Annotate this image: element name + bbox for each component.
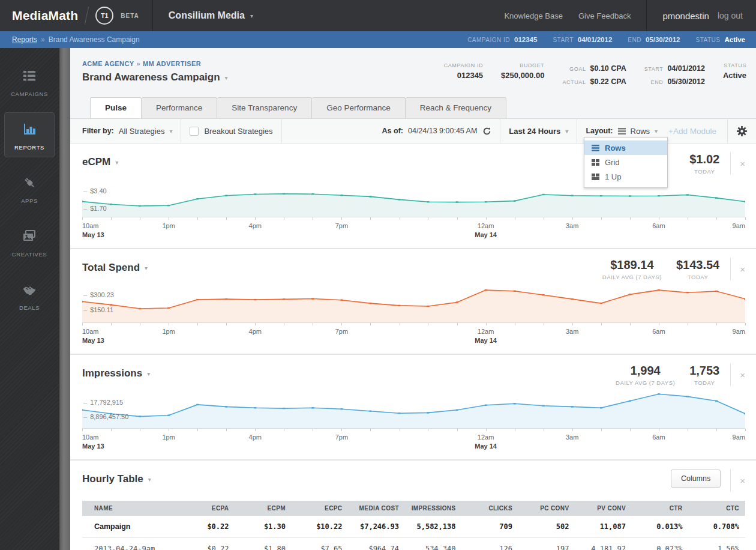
agency-name[interactable]: ACME AGENCY (82, 60, 134, 67)
columns-button[interactable]: Columns (671, 470, 721, 488)
axis-tick (716, 429, 717, 431)
gear-icon[interactable] (736, 125, 748, 137)
sidebar-item-apps[interactable]: APPS (4, 166, 55, 211)
add-module-button[interactable]: +Add Module (668, 127, 716, 136)
axis-tick-label: 4pm (249, 222, 262, 229)
column-header-pc-conv[interactable]: PC CONV (518, 501, 575, 516)
row-value-cell: 709 (462, 516, 519, 538)
breadcrumb-reports-link[interactable]: Reports (12, 35, 37, 44)
column-header-ecpc[interactable]: eCPC (292, 501, 349, 516)
axis-tick (457, 217, 458, 220)
stat-value: $0.22 CPA (590, 77, 626, 86)
breakout-strategies-checkbox[interactable]: Breakout Strategies (190, 127, 272, 136)
tab-site-transparency[interactable]: Site Transparency (217, 97, 312, 118)
axis-tick-label: 3am (566, 222, 578, 229)
axis-date-label: May 14 (475, 337, 497, 344)
close-module-icon[interactable]: × (730, 364, 745, 385)
layout-select[interactable]: Rows ▾ (618, 127, 658, 136)
gridline-dash: – (83, 187, 87, 195)
time-range-select[interactable]: Last 24 Hours ▾ (509, 127, 568, 136)
chevron-down-icon: ▾ (145, 265, 148, 271)
axis-tick-label: 6am (652, 434, 665, 441)
campaign-name-dropdown[interactable]: Brand Awareness Campaign ▾ (82, 71, 228, 83)
column-header-media-cost[interactable]: MEDIA COST (349, 501, 406, 516)
t1-logo-icon: T1 (95, 7, 113, 25)
layout-option-grid[interactable]: Grid (584, 155, 667, 169)
row-value-cell: 126 (462, 538, 519, 550)
org-selector[interactable]: Consilium Media ▾ (153, 0, 269, 31)
axis-tick (341, 323, 342, 325)
gridline-value: 17,792,915 (90, 399, 123, 406)
toolbar-divider (577, 118, 577, 144)
column-header-name[interactable]: NAME (82, 501, 178, 516)
toolbar-divider (500, 118, 500, 144)
campaign-stats: CAMPAIGN ID012345BUDGET$250,000.00GOAL$0… (444, 60, 746, 89)
impressions-title-dropdown[interactable]: Impressions▾ (82, 364, 150, 379)
username[interactable]: pmondestin (662, 11, 709, 21)
axis-tick (544, 323, 544, 325)
layout-value: Rows (631, 127, 650, 136)
summary-label: DAILY AVG (7 DAYS) (602, 274, 662, 280)
stat-label: CAMPAIGN ID (444, 62, 483, 68)
agency-breadcrumb[interactable]: ACME AGENCY»MM ADVERTISER (82, 60, 228, 67)
axis-date-label: May 14 (475, 443, 497, 450)
tab-reach-frequency[interactable]: Reach & Frequency (406, 97, 506, 118)
module-title: Impressions (82, 367, 142, 379)
column-header-clicks[interactable]: CLICKS (462, 501, 519, 516)
tab-geo-performance[interactable]: Geo Performance (312, 97, 406, 118)
chevron-down-icon: ▾ (225, 74, 228, 81)
axis-tick (572, 217, 573, 220)
logout-link[interactable]: log out (718, 11, 743, 20)
axis-tick-label: 6am (652, 328, 665, 335)
gridline-value: $150.11 (90, 306, 113, 313)
stat-value: $0.10 CPA (590, 64, 626, 73)
close-module-icon[interactable]: × (730, 153, 745, 174)
tab-performance[interactable]: Performance (142, 97, 217, 118)
ecpm-title-dropdown[interactable]: eCPM▾ (82, 153, 118, 168)
strategy-filter-select[interactable]: All Strategies ▾ (119, 127, 173, 136)
meta-label: CAMPAIGN ID (467, 37, 510, 43)
bar-chart-icon (5, 121, 54, 139)
sidebar-item-creatives[interactable]: CREATIVES (4, 219, 55, 264)
close-module-icon[interactable]: × (730, 470, 745, 491)
refresh-icon[interactable] (482, 127, 491, 136)
mediamath-logo[interactable]: MediaMath (12, 8, 78, 23)
axis-tick (226, 217, 227, 220)
axis-tick (457, 323, 458, 325)
layout-option-label: Grid (605, 158, 620, 167)
column-header-impressions[interactable]: IMPRESSIONS (405, 501, 462, 516)
axis-tick (486, 323, 487, 325)
axis-tick (601, 429, 602, 431)
summary-label: TODAY (676, 274, 719, 280)
table-header-row: NAMEeCPAeCPMeCPCMEDIA COSTIMPRESSIONSCLI… (82, 501, 745, 516)
table-header: NAMEeCPAeCPMeCPCMEDIA COSTIMPRESSIONSCLI… (82, 501, 745, 516)
axis-tick-label: 12am (478, 434, 494, 441)
column-header-ctr[interactable]: CTR (632, 501, 689, 516)
sidebar-item-reports[interactable]: REPORTS (4, 112, 55, 157)
column-header-pv-conv[interactable]: PV CONV (575, 501, 632, 516)
modules-container: eCPM▾$1.02TODAY×–$3.40–$1.7010amMay 131p… (70, 144, 756, 550)
sidebar-item-deals[interactable]: DEALS (4, 273, 55, 318)
close-module-icon[interactable]: × (730, 258, 745, 280)
column-header-ecpm[interactable]: eCPM (235, 501, 292, 516)
image-icon (5, 228, 54, 246)
layout-option-rows[interactable]: Rows (584, 141, 667, 155)
total-spend-chart: –$300.23–$150.11 (82, 288, 745, 322)
advertiser-name[interactable]: MM ADVERTISER (143, 60, 201, 67)
layout-option-1-up[interactable]: 1 Up (584, 169, 667, 184)
gridline-label: –17,792,915 (83, 399, 123, 406)
give-feedback-link[interactable]: Give Feedback (578, 11, 631, 20)
sidebar-item-campaigns[interactable]: CAMPAIGNS (4, 59, 55, 104)
column-header-ctc[interactable]: CTC (689, 501, 746, 516)
content-scrollbar[interactable] (59, 48, 70, 550)
summary-value: $189.14 (602, 258, 662, 272)
tab-pulse[interactable]: Pulse (90, 97, 142, 118)
checkbox-box[interactable] (190, 127, 199, 136)
hourly-table-title-dropdown[interactable]: Hourly Table▾ (82, 470, 151, 485)
impressions-chart: –17,792,915–8,896,457.50 (82, 393, 745, 428)
total-spend-title-dropdown[interactable]: Total Spend▾ (82, 258, 148, 274)
sidebar-item-label: APPS (5, 198, 54, 204)
column-header-ecpa[interactable]: eCPA (178, 501, 235, 516)
axis-tick (169, 323, 169, 325)
knowledge-base-link[interactable]: Knowledge Base (504, 11, 563, 20)
